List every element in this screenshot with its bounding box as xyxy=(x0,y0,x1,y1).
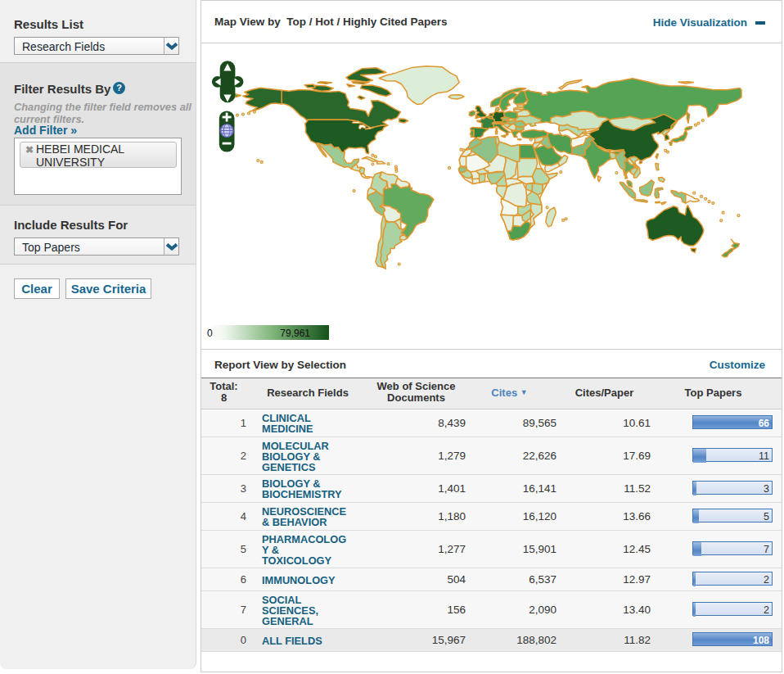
svg-text:79,961: 79,961 xyxy=(280,328,310,339)
svg-text:0: 0 xyxy=(207,328,213,339)
